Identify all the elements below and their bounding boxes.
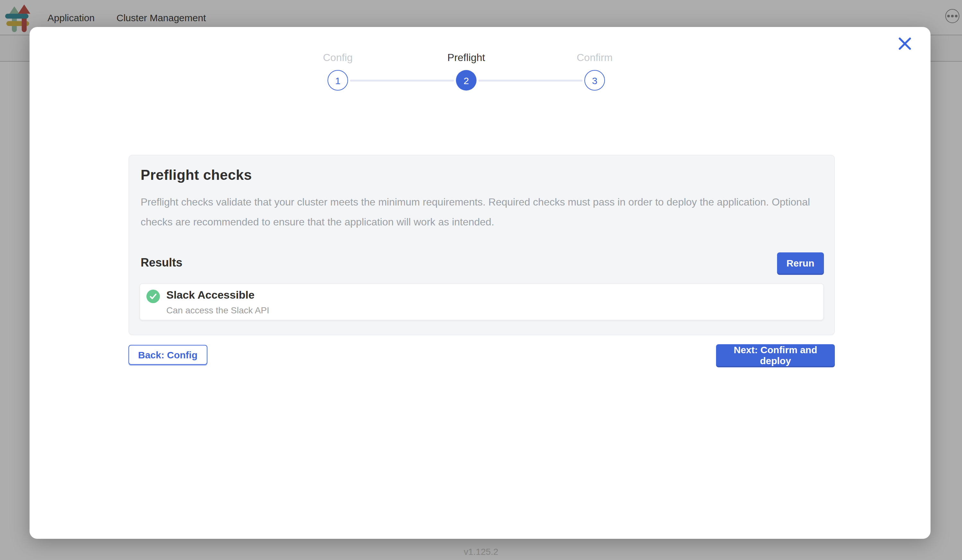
step-label-confirm: Confirm	[577, 52, 613, 64]
deploy-wizard-modal: Config 1 Preflight 2 Confirm 3 Preflight…	[29, 27, 931, 539]
step-label-preflight: Preflight	[447, 52, 485, 64]
back-button[interactable]: Back: Config	[128, 345, 207, 365]
step-circle-confirm[interactable]: 3	[584, 70, 605, 90]
check-pass-icon	[147, 290, 160, 303]
step-connector	[350, 80, 454, 81]
step-circle-config[interactable]: 1	[328, 70, 348, 90]
rerun-button[interactable]: Rerun	[777, 252, 824, 274]
step-circle-preflight[interactable]: 2	[456, 70, 476, 90]
check-name: Slack Accessible	[166, 289, 255, 302]
step-confirm: Confirm 3	[531, 52, 659, 90]
wizard-stepper: Config 1 Preflight 2 Confirm 3	[274, 52, 659, 103]
results-title: Results	[140, 256, 182, 270]
next-button[interactable]: Next: Confirm and deploy	[716, 344, 835, 366]
step-preflight: Preflight 2	[402, 52, 531, 90]
screen: Application Cluster Management v1.125.2	[0, 0, 962, 560]
check-detail: Can access the Slack API	[166, 305, 270, 315]
step-label-config: Config	[323, 52, 353, 64]
panel-title: Preflight checks	[140, 167, 824, 184]
panel-description: Preflight checks validate that your clus…	[140, 192, 823, 232]
close-icon[interactable]	[897, 36, 912, 52]
preflight-panel: Preflight checks Preflight checks valida…	[128, 155, 835, 335]
preflight-result-item: Slack Accessible Can access the Slack AP…	[139, 283, 824, 320]
step-connector	[478, 80, 583, 81]
results-header: Results Rerun	[140, 252, 824, 274]
step-config: Config 1	[274, 52, 402, 90]
